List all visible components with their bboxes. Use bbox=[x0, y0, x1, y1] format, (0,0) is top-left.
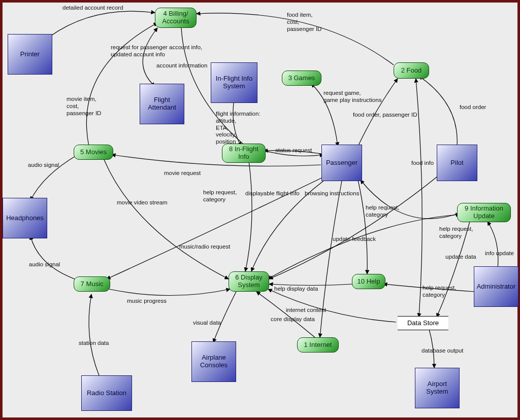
external-pilot[interactable]: Pilot bbox=[437, 145, 477, 181]
external-attendant[interactable]: FlightAttendant bbox=[140, 84, 184, 124]
process-billing[interactable]: 4 Billing/Accounts bbox=[155, 8, 197, 28]
process-games[interactable]: 3 Games bbox=[282, 71, 321, 86]
datastore[interactable]: Data Store bbox=[398, 316, 448, 330]
edges-layer bbox=[3, 3, 517, 417]
process-help[interactable]: 10 Help bbox=[352, 274, 385, 289]
process-display[interactable]: 6 DisplaySystem bbox=[229, 271, 269, 292]
external-radio[interactable]: Radio Station bbox=[81, 375, 132, 411]
external-printer[interactable]: Printer bbox=[8, 34, 52, 75]
diagram-canvas: detailed account record food item,cost,p… bbox=[3, 3, 517, 417]
process-movies[interactable]: 5 Movies bbox=[74, 145, 113, 160]
external-admin[interactable]: Administrator bbox=[474, 266, 518, 307]
process-inflight[interactable]: 8 In-FlightInfo bbox=[222, 144, 266, 163]
diagram-frame: detailed account record food item,cost,p… bbox=[0, 0, 520, 420]
external-infosys[interactable]: In-Flight InfoSystem bbox=[211, 62, 257, 103]
process-music[interactable]: 7 Music bbox=[74, 276, 110, 292]
external-airport[interactable]: AirportSystem bbox=[415, 368, 460, 408]
process-internet[interactable]: 1 Internet bbox=[297, 337, 339, 353]
process-food[interactable]: 2 Food bbox=[394, 62, 429, 79]
external-passenger[interactable]: Passenger bbox=[321, 145, 362, 181]
process-infoupd[interactable]: 9 InformationUpdate bbox=[457, 203, 511, 222]
external-consoles[interactable]: AirplaneConsoles bbox=[191, 341, 236, 382]
external-headphones[interactable]: Headphones bbox=[3, 198, 47, 238]
